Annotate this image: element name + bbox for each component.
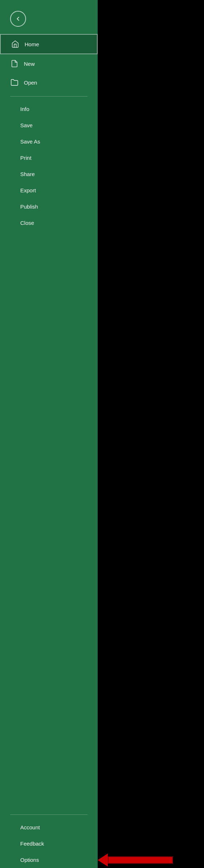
sidebar-spacer — [0, 231, 98, 810]
open-icon — [10, 78, 19, 87]
bottom-divider — [10, 814, 88, 815]
nav-item-new-label: New — [24, 61, 35, 67]
menu-item-info[interactable]: Info — [0, 101, 98, 117]
menu-item-options[interactable]: Options — [0, 852, 98, 868]
menu-item-print[interactable]: Print — [0, 150, 98, 166]
menu-item-save[interactable]: Save — [0, 117, 98, 133]
menu-item-save-as[interactable]: Save As — [0, 133, 98, 150]
right-area — [98, 0, 204, 868]
menu-item-export-label: Export — [20, 187, 36, 193]
nav-divider — [10, 96, 88, 97]
menu-item-account-label: Account — [20, 824, 40, 830]
nav-item-home[interactable]: Home — [0, 34, 98, 54]
menu-item-save-as-label: Save As — [20, 138, 40, 145]
menu-item-info-label: Info — [20, 106, 29, 112]
menu-item-feedback-label: Feedback — [20, 841, 44, 847]
home-icon — [11, 40, 20, 48]
menu-item-publish[interactable]: Publish — [0, 198, 98, 215]
menu-item-options-label: Options — [20, 857, 39, 863]
nav-item-home-label: Home — [25, 41, 39, 47]
menu-item-save-label: Save — [20, 122, 33, 128]
menu-item-print-label: Print — [20, 155, 31, 161]
menu-item-close[interactable]: Close — [0, 215, 98, 231]
menu-item-share-label: Share — [20, 171, 35, 177]
nav-item-new[interactable]: New — [0, 54, 98, 73]
menu-item-share[interactable]: Share — [0, 166, 98, 182]
bottom-section: Account Feedback Options — [0, 810, 98, 868]
menu-item-publish-label: Publish — [20, 204, 38, 210]
menu-item-export[interactable]: Export — [0, 182, 98, 198]
arrow-annotation — [98, 854, 199, 867]
arrow-shaft — [108, 856, 173, 864]
menu-item-feedback[interactable]: Feedback — [0, 835, 98, 852]
nav-item-open[interactable]: Open — [0, 73, 98, 92]
menu-item-account[interactable]: Account — [0, 819, 98, 835]
menu-item-close-label: Close — [20, 220, 34, 226]
back-button[interactable] — [10, 11, 26, 27]
arrow-head — [98, 854, 108, 867]
nav-item-open-label: Open — [24, 80, 37, 86]
new-icon — [10, 59, 19, 68]
sidebar: Home New Open Info Save Save As Print — [0, 0, 98, 868]
